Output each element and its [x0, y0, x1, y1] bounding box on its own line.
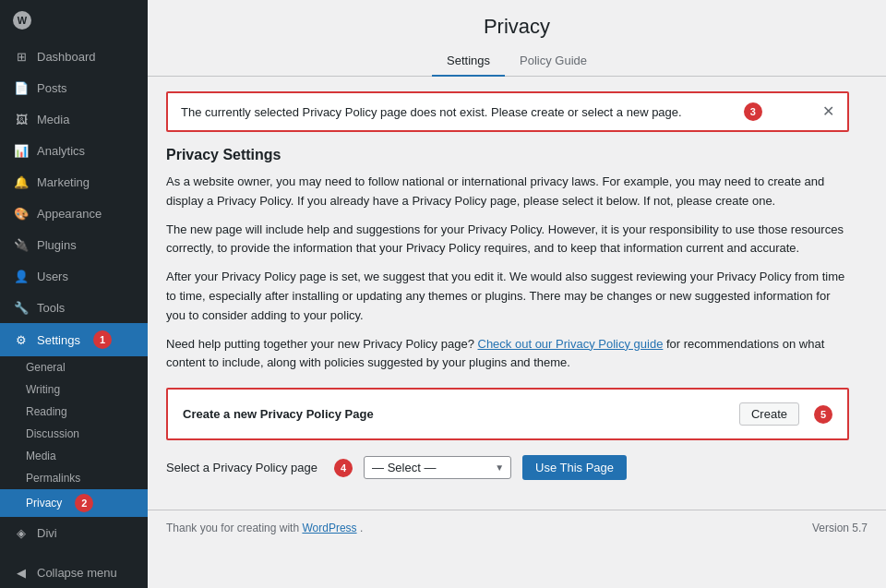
- sidebar-label-reading: Reading: [26, 405, 67, 418]
- tab-policy-guide[interactable]: Policy Guide: [505, 46, 602, 77]
- plugins-icon: 🔌: [13, 236, 30, 253]
- alert-close-button[interactable]: ✕: [822, 104, 834, 119]
- wordpress-link[interactable]: WordPress: [302, 522, 356, 534]
- appearance-icon: 🎨: [13, 205, 30, 222]
- media-icon: 🖼: [13, 111, 30, 127]
- collapse-menu-item[interactable]: ◀ Collapse menu: [0, 557, 148, 588]
- footer-text: Thank you for creating with WordPress .: [166, 522, 363, 534]
- annotation-3: 3: [744, 102, 762, 121]
- sidebar-label-marketing: Marketing: [37, 175, 90, 189]
- content-inner: The currently selected Privacy Policy pa…: [148, 77, 868, 510]
- select-policy-label: Select a Privacy Policy page: [166, 461, 317, 474]
- collapse-menu-label: Collapse menu: [37, 566, 117, 580]
- sidebar-label-appearance: Appearance: [37, 207, 102, 221]
- wordpress-icon: W: [13, 11, 31, 30]
- sidebar-item-reading[interactable]: Reading: [0, 401, 148, 423]
- sidebar-item-permalinks[interactable]: Permalinks: [0, 467, 148, 489]
- use-this-page-button[interactable]: Use This Page: [522, 455, 627, 480]
- create-policy-label: Create a new Privacy Policy Page: [183, 407, 374, 421]
- sidebar-label-tools: Tools: [37, 301, 65, 315]
- sidebar: W ⊞ Dashboard 📄 Posts 🖼 Media 📊 Analytic…: [0, 0, 148, 588]
- sidebar-item-general[interactable]: General: [0, 356, 148, 378]
- divi-icon: ◈: [13, 524, 30, 541]
- section-title: Privacy Settings: [166, 147, 849, 163]
- paragraph-3: After your Privacy Policy page is set, w…: [166, 268, 849, 325]
- posts-icon: 📄: [13, 79, 30, 96]
- marketing-icon: 🔔: [13, 174, 30, 190]
- tools-icon: 🔧: [13, 299, 30, 316]
- sidebar-label-users: Users: [37, 270, 68, 283]
- sidebar-label-settings: Settings: [37, 333, 80, 347]
- footer-text-before: Thank you for creating with: [166, 522, 299, 534]
- dashboard-icon: ⊞: [13, 48, 30, 65]
- sidebar-label-privacy: Privacy: [26, 497, 62, 510]
- sidebar-label-analytics: Analytics: [37, 144, 85, 158]
- alert-text: The currently selected Privacy Policy pa…: [181, 105, 682, 119]
- settings-icon: ⚙: [13, 331, 30, 348]
- sidebar-logo: W: [0, 0, 148, 41]
- footer-text-after: .: [360, 522, 363, 534]
- sidebar-item-privacy[interactable]: Privacy 2: [0, 489, 148, 517]
- sidebar-item-discussion[interactable]: Discussion: [0, 423, 148, 445]
- settings-submenu: General Writing Reading Discussion Media…: [0, 356, 148, 517]
- paragraph-4: Need help putting together your new Priv…: [166, 335, 849, 374]
- tab-settings[interactable]: Settings: [432, 46, 505, 77]
- paragraph-1: As a website owner, you may need to foll…: [166, 173, 849, 211]
- sidebar-label-divi: Divi: [37, 526, 57, 540]
- annotation-1: 1: [93, 330, 112, 349]
- sidebar-item-posts[interactable]: 📄 Posts: [0, 72, 148, 103]
- analytics-icon: 📊: [13, 142, 30, 159]
- policy-guide-link[interactable]: Check out our Privacy Policy guide: [478, 337, 664, 351]
- sidebar-item-divi[interactable]: ◈ Divi: [0, 517, 148, 548]
- sidebar-item-settings[interactable]: ⚙ Settings 1: [0, 323, 148, 356]
- sidebar-label-plugins: Plugins: [37, 238, 77, 252]
- main-content: Privacy Settings Policy Guide The curren…: [148, 0, 886, 588]
- sidebar-item-plugins[interactable]: 🔌 Plugins: [0, 229, 148, 260]
- sidebar-label-writing: Writing: [26, 383, 60, 396]
- sidebar-label-discussion: Discussion: [26, 427, 79, 440]
- sidebar-bottom: ◀ Collapse menu: [0, 557, 148, 588]
- select-wrapper: — Select — ▼: [364, 456, 511, 479]
- sidebar-item-analytics[interactable]: 📊 Analytics: [0, 135, 148, 166]
- sidebar-item-media-settings[interactable]: Media: [0, 445, 148, 467]
- annotation-4: 4: [334, 459, 353, 477]
- policy-page-select[interactable]: — Select —: [364, 456, 511, 479]
- sidebar-label-media: Media: [37, 113, 69, 126]
- alert-banner: The currently selected Privacy Policy pa…: [166, 91, 849, 132]
- sidebar-item-users[interactable]: 👤 Users: [0, 260, 148, 292]
- sidebar-item-media[interactable]: 🖼 Media: [0, 103, 148, 135]
- sidebar-item-marketing[interactable]: 🔔 Marketing: [0, 166, 148, 198]
- create-policy-button[interactable]: Create: [739, 402, 799, 426]
- sidebar-label-posts: Posts: [37, 81, 67, 95]
- sidebar-item-appearance[interactable]: 🎨 Appearance: [0, 198, 148, 229]
- annotation-5: 5: [814, 405, 832, 424]
- sidebar-label-general: General: [26, 361, 66, 374]
- sidebar-label-permalinks: Permalinks: [26, 472, 80, 485]
- sidebar-item-dashboard[interactable]: ⊞ Dashboard: [0, 41, 148, 72]
- sidebar-label-dashboard: Dashboard: [37, 50, 96, 64]
- users-icon: 👤: [13, 268, 30, 284]
- page-title: Privacy: [166, 15, 868, 39]
- annotation-2: 2: [75, 494, 93, 512]
- sidebar-label-media-settings: Media: [26, 450, 56, 462]
- content-area: Privacy Settings Policy Guide The curren…: [148, 0, 886, 588]
- select-policy-section: Select a Privacy Policy page 4 — Select …: [166, 455, 849, 480]
- sidebar-item-writing[interactable]: Writing: [0, 378, 148, 401]
- version-label: Version 5.7: [812, 522, 868, 534]
- collapse-icon: ◀: [13, 564, 30, 581]
- tabs-bar: Settings Policy Guide: [148, 46, 886, 77]
- page-header: Privacy: [148, 0, 886, 39]
- paragraph-4-before: Need help putting together your new Priv…: [166, 337, 474, 351]
- create-policy-section: Create a new Privacy Policy Page Create …: [166, 388, 849, 440]
- page-footer: Thank you for creating with WordPress . …: [148, 510, 886, 546]
- sidebar-item-tools[interactable]: 🔧 Tools: [0, 292, 148, 323]
- paragraph-2: The new page will include help and sugge…: [166, 221, 849, 259]
